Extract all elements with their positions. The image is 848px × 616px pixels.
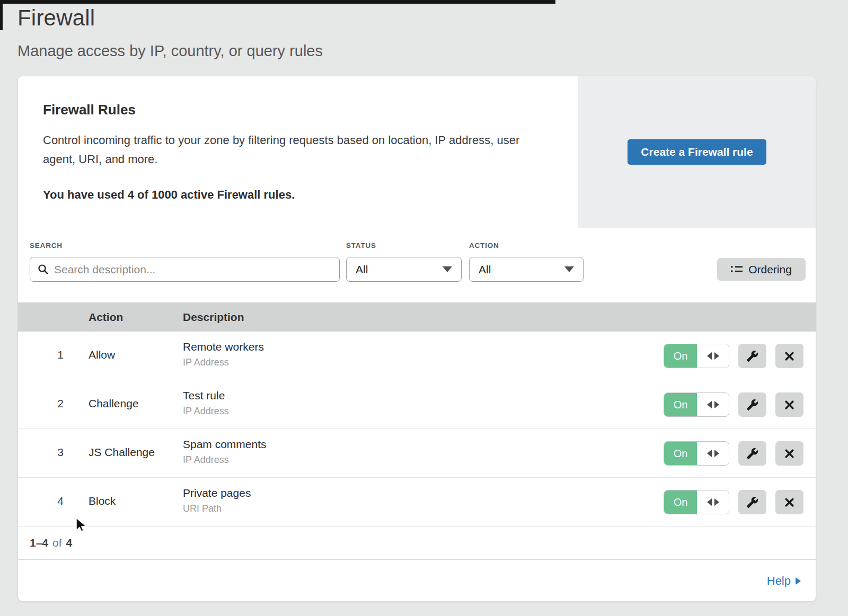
delete-rule-button[interactable] xyxy=(775,441,803,466)
toggle-on-label: On xyxy=(664,344,697,368)
search-icon xyxy=(38,264,49,275)
toggle-handle-icon[interactable] xyxy=(697,393,729,416)
toggle-on-label: On xyxy=(664,442,697,465)
rule-priority: 2 xyxy=(52,397,68,410)
close-icon xyxy=(784,399,795,410)
usage-text: You have used 4 of 1000 active Firewall … xyxy=(43,188,578,202)
rule-action: JS Challenge xyxy=(89,446,155,459)
rule-title: Test rule xyxy=(183,389,229,402)
rule-toggle[interactable]: On xyxy=(664,490,729,514)
table-header: Action Description xyxy=(18,302,816,332)
pagination-range: 1–4 xyxy=(30,537,48,549)
delete-rule-button[interactable] xyxy=(775,344,803,368)
rule-toggle[interactable]: On xyxy=(664,344,729,368)
pagination: 1–4 of 4 xyxy=(18,526,816,559)
card-footer: Help xyxy=(18,559,816,602)
chevron-down-icon xyxy=(443,266,452,272)
close-icon xyxy=(784,497,795,508)
pagination-total: 4 xyxy=(66,537,73,549)
rule-title: Spam comments xyxy=(183,438,267,451)
rule-subtitle: IP Address xyxy=(183,454,267,466)
rule-action: Allow xyxy=(89,349,115,361)
search-box[interactable] xyxy=(30,257,340,282)
rule-priority: 4 xyxy=(52,495,68,507)
search-label: SEARCH xyxy=(30,242,63,249)
screenshot-edge-artifact xyxy=(0,0,555,4)
rule-priority: 1 xyxy=(52,349,68,361)
table-row: 3 JS Challenge Spam comments IP Address … xyxy=(18,429,816,478)
table-row: 1 Allow Remote workers IP Address On xyxy=(18,332,816,380)
arrow-right-icon xyxy=(796,577,801,585)
action-select[interactable]: All xyxy=(469,257,584,282)
overview-section: Firewall Rules Control incoming traffic … xyxy=(18,76,816,228)
overview-description: Control incoming traffic to your zone by… xyxy=(43,131,544,169)
edit-rule-button[interactable] xyxy=(738,490,766,514)
edit-rule-button[interactable] xyxy=(738,344,766,368)
delete-rule-button[interactable] xyxy=(775,392,803,417)
action-selected-value: All xyxy=(479,263,491,276)
table-row: 4 Block Private pages URI Path On xyxy=(18,478,816,526)
ordering-list-icon xyxy=(731,265,743,274)
toggle-handle-icon[interactable] xyxy=(697,344,729,368)
status-select[interactable]: All xyxy=(346,257,462,282)
overview-aside-panel: Create a Firewall rule xyxy=(578,76,816,228)
ordering-button-label: Ordering xyxy=(748,263,792,276)
pagination-separator: of xyxy=(52,537,62,549)
rule-toggle[interactable]: On xyxy=(664,392,729,417)
toggle-on-label: On xyxy=(664,490,697,514)
search-input[interactable] xyxy=(54,263,332,276)
rule-subtitle: IP Address xyxy=(183,406,229,417)
edit-rule-button[interactable] xyxy=(738,441,766,466)
wrench-icon xyxy=(746,399,758,411)
overview-text-panel: Firewall Rules Control incoming traffic … xyxy=(18,76,578,228)
chevron-down-icon xyxy=(564,266,574,272)
firewall-rules-card: Firewall Rules Control incoming traffic … xyxy=(17,76,816,602)
close-icon xyxy=(784,351,795,362)
overview-heading: Firewall Rules xyxy=(43,102,578,118)
table-row: 2 Challenge Test rule IP Address On xyxy=(18,380,816,429)
column-header-description: Description xyxy=(183,302,244,332)
toggle-handle-icon[interactable] xyxy=(697,442,729,465)
edit-rule-button[interactable] xyxy=(738,392,766,417)
rule-priority: 3 xyxy=(52,446,68,459)
wrench-icon xyxy=(746,448,758,460)
filters-section: SEARCH STATUS All ACTION All Orde xyxy=(18,228,816,302)
toggle-on-label: On xyxy=(664,393,697,416)
rule-subtitle: IP Address xyxy=(183,357,264,368)
status-selected-value: All xyxy=(356,263,368,276)
create-firewall-rule-button[interactable]: Create a Firewall rule xyxy=(628,139,766,165)
close-icon xyxy=(784,448,795,459)
rule-subtitle: URI Path xyxy=(183,503,251,514)
ordering-button[interactable]: Ordering xyxy=(717,258,806,281)
rule-title: Private pages xyxy=(183,487,251,499)
rule-action: Block xyxy=(89,495,116,507)
rule-title: Remote workers xyxy=(183,341,264,353)
status-label: STATUS xyxy=(346,242,376,249)
delete-rule-button[interactable] xyxy=(775,490,803,514)
help-link[interactable]: Help xyxy=(767,574,801,588)
wrench-icon xyxy=(746,350,758,362)
action-label: ACTION xyxy=(469,242,499,249)
help-link-label: Help xyxy=(767,574,791,588)
rule-toggle[interactable]: On xyxy=(664,441,729,466)
screenshot-edge-artifact xyxy=(0,0,3,30)
wrench-icon xyxy=(746,496,758,508)
rule-action: Challenge xyxy=(89,397,139,410)
page-title: Firewall xyxy=(17,5,95,31)
toggle-handle-icon[interactable] xyxy=(697,490,729,514)
page-subtitle: Manage access by IP, country, or query r… xyxy=(17,42,323,60)
column-header-action: Action xyxy=(89,302,123,332)
